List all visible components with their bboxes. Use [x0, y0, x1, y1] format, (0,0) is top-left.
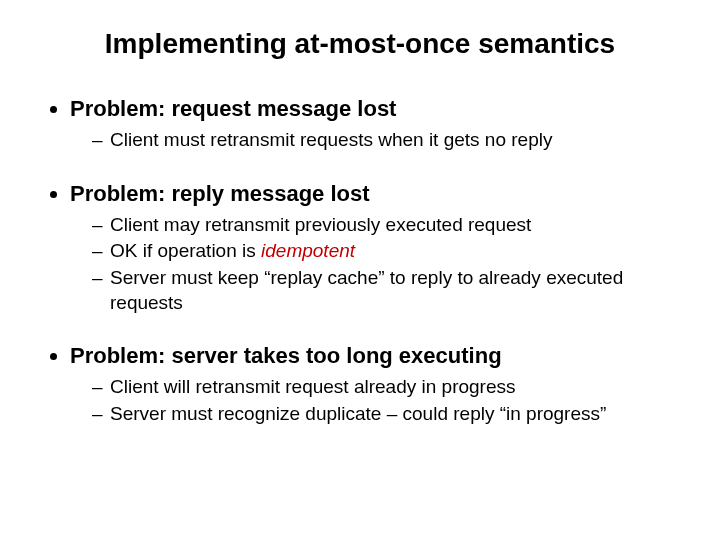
bullet-heading: Problem: request message lost	[70, 96, 396, 121]
bullet-item: Problem: reply message lost Client may r…	[70, 181, 680, 316]
slide-title: Implementing at-most-once semantics	[40, 28, 680, 60]
sub-list: Client must retransmit requests when it …	[70, 128, 680, 153]
sub-item-prefix: OK if operation is	[110, 240, 261, 261]
sub-item: Client may retransmit previously execute…	[92, 213, 680, 238]
bullet-item: Problem: server takes too long executing…	[70, 343, 680, 426]
sub-item: Server must keep “replay cache” to reply…	[92, 266, 680, 315]
sub-item: Client will retransmit request already i…	[92, 375, 680, 400]
bullet-heading: Problem: server takes too long executing	[70, 343, 502, 368]
bullet-heading: Problem: reply message lost	[70, 181, 370, 206]
sub-item: Client must retransmit requests when it …	[92, 128, 680, 153]
emphasized-term: idempotent	[261, 240, 355, 261]
bullet-list: Problem: request message lost Client mus…	[40, 96, 680, 427]
sub-item: OK if operation is idempotent	[92, 239, 680, 264]
sub-list: Client will retransmit request already i…	[70, 375, 680, 426]
bullet-item: Problem: request message lost Client mus…	[70, 96, 680, 153]
sub-list: Client may retransmit previously execute…	[70, 213, 680, 316]
slide: Implementing at-most-once semantics Prob…	[0, 0, 720, 540]
sub-item: Server must recognize duplicate – could …	[92, 402, 680, 427]
